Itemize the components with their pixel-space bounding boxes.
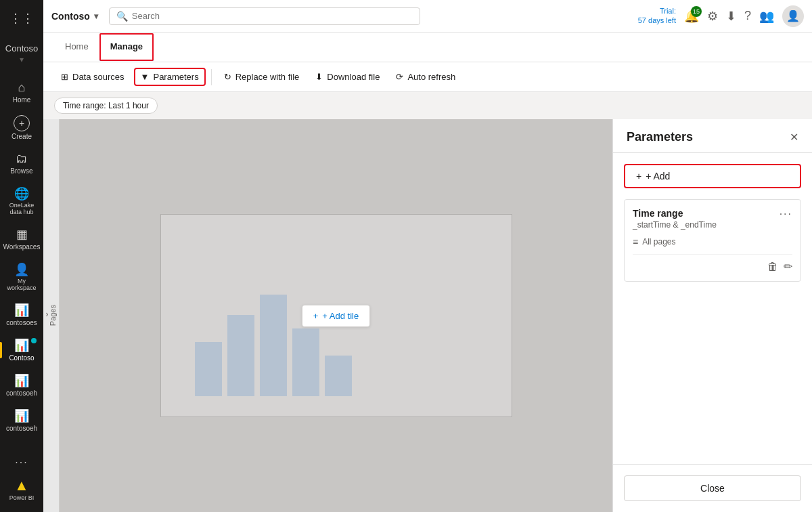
data-sources-button[interactable]: ⊞ Data sources: [54, 68, 131, 86]
toolbar: ⊞ Data sources ▼ Parameters ↻ Replace wi…: [43, 62, 812, 92]
contoso-icon: 📊: [14, 338, 29, 353]
pages-arrow-icon: ›: [46, 310, 49, 319]
main-area: Contoso ▾ 🔍 Trial: 57 days left 🔔 15 ⚙ ⬇…: [43, 0, 812, 512]
param-card-actions: 🗑 ✏: [633, 254, 792, 273]
chart-bar-1: [195, 342, 222, 396]
search-icon: 🔍: [116, 11, 128, 22]
contosoes-icon: 📊: [14, 303, 29, 318]
chart-bar-2: [227, 315, 254, 396]
active-dot: [31, 338, 37, 343]
sidebar: ⋮⋮ Contoso ▾ ⌂ Home + Create 🗂 Browse 🌐 …: [0, 0, 43, 512]
contosoeh1-icon: 📊: [14, 373, 29, 388]
apps-icon: ⋮⋮: [9, 11, 34, 26]
avatar-icon: 👤: [786, 9, 800, 22]
sidebar-item-workspaces[interactable]: ▦ Workspaces: [0, 221, 43, 257]
download-icon[interactable]: ⬇: [726, 9, 736, 24]
auto-refresh-icon: ⟳: [396, 72, 403, 82]
params-close-button[interactable]: ✕: [790, 131, 798, 144]
params-body: + + Add Time range _startTime & _endTime…: [613, 153, 812, 464]
topbar-chevron-icon: ▾: [94, 12, 98, 21]
notification-count: 15: [691, 6, 702, 17]
chart-bars: [195, 295, 352, 396]
parameters-icon: ▼: [141, 72, 150, 82]
download-file-icon: ⬇: [315, 72, 323, 82]
sidebar-apps-icon[interactable]: ⋮⋮: [0, 5, 43, 33]
contosoeh2-icon: 📊: [14, 408, 29, 423]
powerbi-icon: ▲: [14, 477, 29, 494]
onelake-icon: 🌐: [14, 186, 29, 201]
content-area: Home Manage ⊞ Data sources ▼ Parameters …: [43, 33, 812, 512]
sidebar-item-contosoes[interactable]: 📊 contosoes: [0, 297, 43, 333]
params-add-icon: +: [636, 171, 641, 182]
topbar-brand-name: Contoso: [51, 11, 90, 22]
params-header: Parameters ✕: [613, 119, 812, 153]
parameters-panel: Parameters ✕ + + Add Time range _startTi…: [612, 119, 812, 512]
canvas-inner: + + Add tile: [160, 214, 512, 417]
notification-bell[interactable]: 🔔 15: [684, 9, 699, 24]
home-icon: ⌂: [18, 81, 26, 95]
topbar: Contoso ▾ 🔍 Trial: 57 days left 🔔 15 ⚙ ⬇…: [43, 0, 812, 33]
topbar-right: Trial: 57 days left 🔔 15 ⚙ ⬇ ? 👥 👤: [638, 5, 804, 27]
sidebar-brand[interactable]: Contoso ▾: [0, 38, 43, 70]
chart-bar-3: [260, 295, 287, 396]
filter-bar: Time range: Last 1 hour: [43, 92, 812, 119]
toolbar-divider: [211, 69, 212, 85]
params-close-bottom-button[interactable]: Close: [624, 475, 801, 501]
auto-refresh-button[interactable]: ⟳ Auto refresh: [389, 68, 462, 86]
param-card-header: Time range _startTime & _endTime ···: [633, 208, 792, 230]
trial-line2: 57 days left: [638, 16, 676, 25]
create-icon: +: [14, 115, 30, 131]
report-area: › Pages + + Add t: [43, 119, 812, 512]
search-box[interactable]: 🔍: [109, 7, 420, 25]
trial-badge: Trial: 57 days left: [638, 7, 676, 24]
sidebar-item-browse[interactable]: 🗂 Browse: [0, 146, 43, 181]
brand-icon: Contoso: [5, 43, 38, 54]
params-title: Parameters: [627, 130, 693, 144]
sidebar-item-create[interactable]: + Create: [0, 110, 43, 146]
param-name: Time range: [633, 208, 717, 219]
trial-line1: Trial:: [660, 7, 676, 16]
replace-icon: ↻: [224, 72, 231, 82]
tab-manage[interactable]: Manage: [99, 33, 154, 61]
share-icon[interactable]: 👥: [759, 9, 774, 24]
sidebar-item-my-workspace[interactable]: 👤 Myworkspace: [0, 257, 43, 297]
avatar[interactable]: 👤: [782, 5, 804, 27]
canvas-area: + + Add tile: [60, 119, 612, 512]
browse-icon: 🗂: [16, 152, 28, 166]
settings-icon[interactable]: ⚙: [707, 9, 718, 24]
data-sources-icon: ⊞: [61, 72, 68, 82]
chart-bar-5: [325, 356, 352, 396]
param-delete-button[interactable]: 🗑: [767, 260, 778, 273]
powerbi-logo: ▲ Power BI: [7, 471, 37, 507]
my-workspace-icon: 👤: [14, 262, 29, 277]
param-edit-button[interactable]: ✏: [784, 260, 792, 273]
param-card: Time range _startTime & _endTime ··· ≡ A…: [624, 199, 801, 282]
sidebar-item-onelake[interactable]: 🌐 OneLakedata hub: [0, 181, 43, 221]
param-more-button[interactable]: ···: [780, 208, 792, 220]
download-file-button[interactable]: ⬇ Download file: [309, 68, 386, 86]
param-subtitle: _startTime & _endTime: [633, 220, 717, 230]
sidebar-item-contoso[interactable]: 📊 Contoso: [0, 333, 43, 368]
help-icon[interactable]: ?: [744, 9, 751, 23]
search-input[interactable]: [132, 11, 413, 21]
params-footer: Close: [613, 464, 812, 512]
param-scope: ≡ All pages: [633, 236, 792, 247]
sidebar-item-home[interactable]: ⌂ Home: [0, 75, 43, 110]
sidebar-item-contosoeh2[interactable]: 📊 contosoeh: [0, 403, 43, 438]
sidebar-item-contosoeh1[interactable]: 📊 contosoeh: [0, 368, 43, 403]
workspaces-icon: ▦: [16, 227, 28, 242]
tab-home[interactable]: Home: [54, 33, 99, 61]
chart-bar-4: [292, 328, 319, 396]
parameters-button[interactable]: ▼ Parameters: [134, 68, 206, 86]
sidebar-item-more[interactable]: ...: [0, 448, 43, 471]
pages-sidebar[interactable]: › Pages: [43, 119, 60, 512]
replace-with-file-button[interactable]: ↻ Replace with file: [217, 68, 307, 86]
time-range-chip[interactable]: Time range: Last 1 hour: [54, 98, 158, 114]
brand-chevron-icon: ▾: [20, 55, 24, 64]
params-add-button[interactable]: + + Add: [624, 164, 801, 188]
param-info: Time range _startTime & _endTime: [633, 208, 717, 230]
tab-bar: Home Manage: [43, 33, 812, 62]
topbar-brand[interactable]: Contoso ▾: [51, 11, 98, 22]
scope-icon: ≡: [633, 236, 638, 247]
